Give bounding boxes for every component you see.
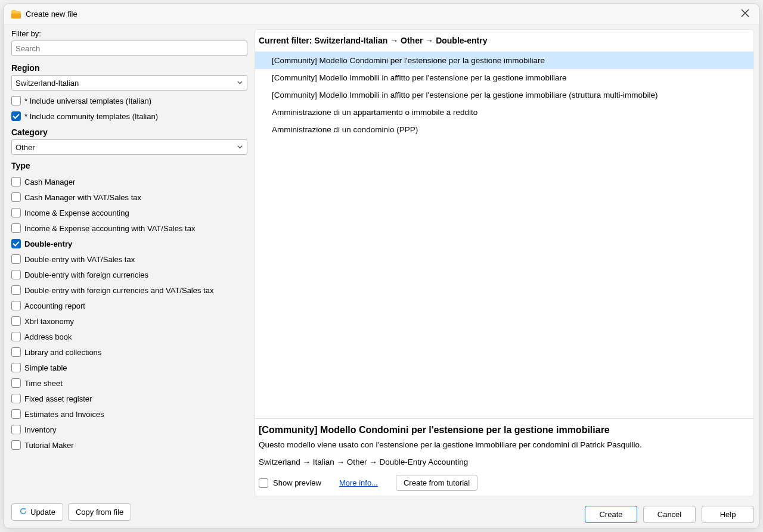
- type-label: Fixed asset register: [24, 394, 92, 403]
- type-label: Income & Expense accounting: [24, 209, 129, 217]
- type-label: Library and collections: [24, 348, 101, 357]
- type-label: Simple table: [24, 363, 67, 372]
- type-list: Cash ManagerCash Manager with VAT/Sales …: [11, 174, 247, 453]
- filter-by-label: Filter by:: [11, 29, 247, 38]
- app-icon: [10, 9, 21, 20]
- type-label: Cash Manager: [24, 178, 75, 186]
- type-label: Type: [11, 161, 247, 170]
- create-button[interactable]: Create: [585, 506, 637, 523]
- window-title: Create new file: [26, 10, 77, 18]
- region-select[interactable]: Switzerland-Italian: [11, 75, 247, 91]
- type-label: Double-entry with VAT/Sales tax: [24, 255, 135, 264]
- type-checkbox[interactable]: [11, 223, 21, 233]
- more-info-link[interactable]: More info...: [339, 478, 378, 487]
- type-checkbox[interactable]: [11, 239, 21, 248]
- cancel-button-label: Cancel: [657, 510, 681, 519]
- update-button-label: Update: [30, 508, 55, 517]
- category-selected-value: Other: [15, 143, 35, 152]
- type-checkbox[interactable]: [11, 316, 21, 326]
- type-checkbox[interactable]: [11, 254, 21, 264]
- results-pane: Current filter: Switzerland-Italian → Ot…: [255, 29, 754, 496]
- category-select[interactable]: Other: [11, 139, 247, 155]
- type-label: Address book: [24, 332, 72, 341]
- type-checkbox[interactable]: [11, 192, 21, 202]
- refresh-icon: [19, 507, 27, 517]
- titlebar: Create new file: [4, 4, 759, 24]
- chevron-down-icon: [237, 143, 243, 152]
- chevron-down-icon: [237, 79, 243, 88]
- template-row[interactable]: [Community] Modello Condomini per l'este…: [255, 52, 753, 69]
- copy-from-file-button[interactable]: Copy from file: [68, 503, 131, 521]
- close-icon[interactable]: [737, 7, 753, 21]
- dialog-footer: Create Cancel Help: [255, 501, 759, 528]
- type-checkbox[interactable]: [11, 332, 21, 341]
- type-label: Double-entry with foreign currencies and…: [24, 286, 213, 295]
- template-list: [Community] Modello Condomini per l'este…: [255, 51, 753, 418]
- type-checkbox[interactable]: [11, 177, 21, 186]
- template-row[interactable]: [Community] Modello Immobili in affitto …: [255, 86, 753, 104]
- show-preview-label: Show preview: [273, 478, 321, 487]
- details-description: Questo modello viene usato con l'estensi…: [259, 440, 750, 449]
- template-row[interactable]: Amministrazione di un appartamento o imm…: [255, 104, 753, 121]
- template-row[interactable]: Amministrazione di un condominio (PPP): [255, 121, 753, 138]
- type-checkbox[interactable]: [11, 394, 21, 403]
- details-pane: [Community] Modello Condomini per l'este…: [255, 418, 753, 496]
- type-checkbox[interactable]: [11, 285, 21, 295]
- type-checkbox[interactable]: [11, 378, 21, 388]
- show-preview-checkbox[interactable]: [259, 478, 268, 488]
- type-label: Tutorial Maker: [24, 441, 74, 450]
- include-universal-label: * Include universal templates (Italian): [24, 97, 151, 105]
- copy-from-file-label: Copy from file: [76, 508, 123, 517]
- create-new-file-dialog: Create new file Filter by: Region Switze…: [4, 4, 759, 528]
- type-checkbox[interactable]: [11, 425, 21, 434]
- type-checkbox[interactable]: [11, 409, 21, 419]
- type-checkbox[interactable]: [11, 270, 21, 279]
- type-label: Estimates and Invoices: [24, 410, 104, 419]
- include-community-label: * Include community templates (Italian): [24, 112, 158, 121]
- cancel-button[interactable]: Cancel: [643, 506, 696, 523]
- create-button-label: Create: [599, 510, 622, 519]
- template-row[interactable]: [Community] Modello Immobili in affitto …: [255, 69, 753, 86]
- type-label: Accounting report: [24, 301, 85, 310]
- region-selected-value: Switzerland-Italian: [15, 79, 79, 88]
- update-button[interactable]: Update: [11, 503, 63, 521]
- details-title: [Community] Modello Condomini per l'este…: [259, 425, 750, 435]
- type-checkbox[interactable]: [11, 347, 21, 357]
- type-label: Income & Expense accounting with VAT/Sal…: [24, 224, 195, 233]
- type-checkbox[interactable]: [11, 363, 21, 372]
- type-label: Cash Manager with VAT/Sales tax: [24, 193, 141, 202]
- search-input[interactable]: [11, 41, 247, 56]
- details-path: Switzerland → Italian → Other → Double-E…: [259, 458, 750, 466]
- help-button-label: Help: [720, 510, 736, 519]
- type-label: Inventory: [24, 425, 56, 434]
- region-label: Region: [11, 63, 247, 73]
- filter-pane: Filter by: Region Switzerland-Italian * …: [4, 24, 255, 528]
- type-checkbox[interactable]: [11, 208, 21, 217]
- create-from-tutorial-label: Create from tutorial: [404, 478, 470, 487]
- include-universal-checkbox[interactable]: [11, 96, 21, 105]
- create-from-tutorial-button[interactable]: Create from tutorial: [396, 475, 477, 491]
- type-checkbox[interactable]: [11, 301, 21, 310]
- current-filter-header: Current filter: Switzerland-Italian → Ot…: [255, 30, 753, 51]
- type-checkbox[interactable]: [11, 440, 21, 450]
- type-label: Xbrl taxonomy: [24, 317, 74, 326]
- type-label: Double-entry: [24, 239, 72, 248]
- type-label: Double-entry with foreign currencies: [24, 270, 148, 279]
- include-community-checkbox[interactable]: [11, 111, 21, 121]
- help-button[interactable]: Help: [702, 506, 754, 523]
- type-label: Time sheet: [24, 379, 63, 388]
- category-label: Category: [11, 127, 247, 137]
